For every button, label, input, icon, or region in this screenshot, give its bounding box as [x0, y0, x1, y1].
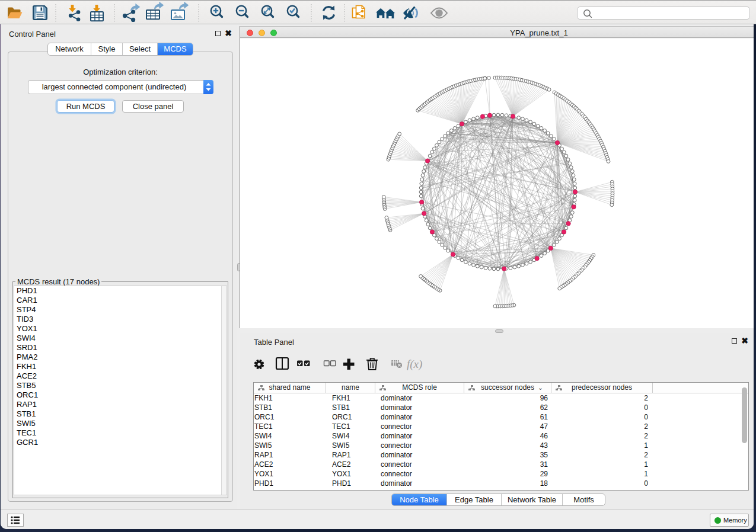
svg-text:f(x): f(x)	[407, 358, 422, 371]
